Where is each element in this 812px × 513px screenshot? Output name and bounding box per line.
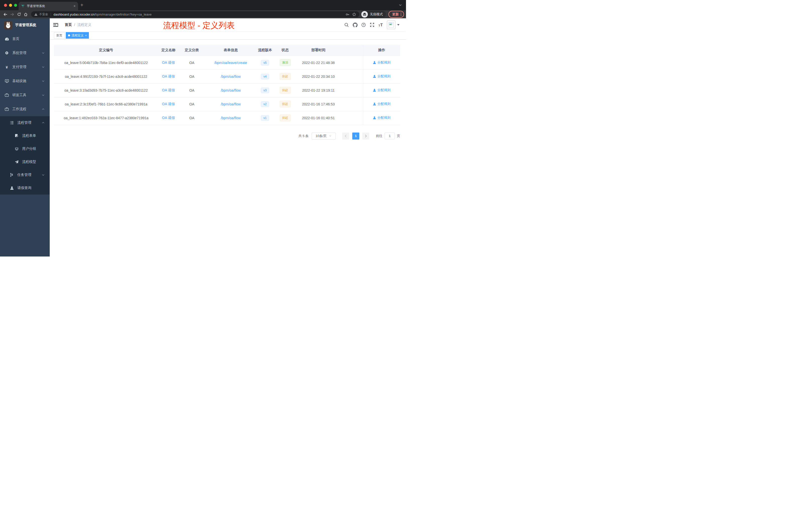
assign-rule-link[interactable]: 分配规则 xyxy=(373,116,390,120)
favicon-sprout-icon xyxy=(21,4,25,8)
incognito-badge[interactable]: 无痕模式 xyxy=(361,11,386,18)
header-definition-id: 定义编号 xyxy=(54,45,158,56)
new-tab-button[interactable]: + xyxy=(80,2,83,8)
definition-name-link[interactable]: OA 请假 xyxy=(162,74,175,78)
window-minimize-button[interactable] xyxy=(9,4,12,7)
sidebar-item-workflow[interactable]: 工作流程 xyxy=(0,102,50,116)
bookmark-star-icon[interactable] xyxy=(351,12,357,17)
assign-rule-link[interactable]: 分配规则 xyxy=(373,74,390,79)
logo-rabbit-avatar xyxy=(4,21,12,29)
sidebar-collapse-icon[interactable] xyxy=(53,23,58,27)
back-icon[interactable] xyxy=(2,12,9,17)
search-icon[interactable] xyxy=(342,21,351,29)
window-controls xyxy=(4,4,17,7)
sidebar-item-leave-query[interactable]: 请假查询 xyxy=(0,181,50,194)
sidebar-item-label: 流程表单 xyxy=(22,133,36,138)
list-icon xyxy=(9,121,14,125)
workflow-submenu: 流程管理 流程表单 用户分组 流程模型 xyxy=(0,116,50,194)
sidebar-item-label: 用户分组 xyxy=(22,147,36,151)
sidebar-item-process-form[interactable]: 流程表单 xyxy=(0,129,50,142)
definition-name-link[interactable]: OA 请假 xyxy=(162,88,175,92)
password-key-icon[interactable] xyxy=(344,12,351,17)
tab-close-icon[interactable]: × xyxy=(74,4,76,8)
url-text: dashboard.yudao.iocoder.cn/bpm/manager/d… xyxy=(54,12,152,16)
header-deploy-time: 部署时间 xyxy=(297,45,340,56)
sidebar-item-label: 研发工具 xyxy=(12,93,26,97)
gear-icon xyxy=(4,51,9,55)
tab-title: 芋道管理系统 xyxy=(27,4,74,8)
sidebar-item-label: 基础设施 xyxy=(12,79,26,83)
goto-page-input[interactable] xyxy=(385,132,395,139)
browser-tab[interactable]: 芋道管理系统 × xyxy=(19,2,78,10)
user-icon xyxy=(9,186,14,190)
table-row: oa_leave:2:3c1f0ef1-76b1-11ec-9c66-a2380… xyxy=(54,97,400,111)
page-number-1[interactable]: 1 xyxy=(352,132,359,140)
form-link[interactable]: /bpm/oa/flow xyxy=(221,116,240,120)
cell-filler xyxy=(340,83,363,97)
sidebar-item-user-group[interactable]: 用户分组 xyxy=(0,142,50,155)
breadcrumb-home[interactable]: 首页 xyxy=(65,23,72,27)
tab-search-chevron-icon[interactable] xyxy=(399,3,402,8)
reload-icon[interactable] xyxy=(16,12,22,16)
sidebar-item-process-model[interactable]: 流程模型 xyxy=(0,155,50,169)
window-zoom-button[interactable] xyxy=(14,4,17,7)
definition-name-link[interactable]: OA 请假 xyxy=(162,102,175,106)
sidebar-item-infra[interactable]: 基础设施 xyxy=(0,74,50,88)
definition-name-link[interactable]: OA 请假 xyxy=(162,116,175,120)
tag-close-icon[interactable]: × xyxy=(85,34,87,37)
version-badge: v1 xyxy=(261,115,269,121)
browser-update-button[interactable]: 更新 xyxy=(388,11,404,18)
assign-rule-link[interactable]: 分配规则 xyxy=(373,102,390,106)
header-actions: 操作 xyxy=(363,45,400,56)
fullscreen-icon[interactable] xyxy=(368,21,376,29)
form-link[interactable]: /bpm/oa/flow xyxy=(221,102,240,106)
prev-page-button[interactable] xyxy=(342,132,349,140)
table-row: oa_leave:3:1fad3d93-7b75-11ec-a3c8-acde4… xyxy=(54,83,400,97)
broken-image-icon xyxy=(388,22,394,28)
sidebar-item-payment[interactable]: ¥ 支付管理 xyxy=(0,60,50,74)
chevron-right-icon xyxy=(365,134,367,138)
monitor-icon xyxy=(4,79,9,83)
form-link[interactable]: /bpm/oa/leave/create xyxy=(214,61,247,65)
status-badge: 挂起 xyxy=(280,73,291,80)
sidebar-item-system[interactable]: 系统管理 xyxy=(0,46,50,60)
header-status: 状态 xyxy=(273,45,297,56)
security-chip[interactable]: 不安全 xyxy=(34,12,48,17)
forward-icon[interactable] xyxy=(9,12,16,17)
sidebar-item-label: 系统管理 xyxy=(12,51,26,55)
assign-rule-link[interactable]: 分配规则 xyxy=(373,60,390,65)
font-size-icon[interactable]: TT xyxy=(376,21,385,29)
github-icon[interactable] xyxy=(351,21,359,29)
chevron-down-icon xyxy=(42,94,45,97)
form-link[interactable]: /bpm/oa/flow xyxy=(221,88,240,92)
sidebar-item-process-manage[interactable]: 流程管理 xyxy=(0,116,50,129)
page-size-select[interactable]: 10条/页 xyxy=(312,132,336,140)
next-page-button[interactable] xyxy=(362,132,369,140)
assign-rule-link[interactable]: 分配规则 xyxy=(373,88,390,92)
kebab-menu-icon[interactable] xyxy=(401,12,402,16)
header-process-version: 流程版本 xyxy=(257,45,273,56)
avatar[interactable] xyxy=(387,21,396,29)
help-icon[interactable]: ? xyxy=(359,21,368,29)
tag-process-definition[interactable]: 流程定义 × xyxy=(66,32,89,39)
version-badge: v5 xyxy=(261,60,269,65)
sidebar-item-label: 请假查询 xyxy=(17,186,31,190)
url-bar[interactable]: 不安全 dashboard.yudao.iocoder.cn/bpm/manag… xyxy=(31,11,359,17)
home-icon[interactable] xyxy=(22,12,29,17)
table-row: oa_leave:5:004b710b-7b8a-11ec-8ef0-acde4… xyxy=(54,56,400,69)
sidebar-logo[interactable]: 芋道管理系统 xyxy=(0,18,50,32)
table-header-row: 定义编号 定义名称 定义分类 表单信息 流程版本 状态 部署时间 操作 xyxy=(54,45,400,56)
header-definition-category: 定义分类 xyxy=(179,45,205,56)
tag-home[interactable]: 首页 xyxy=(54,32,64,39)
definition-name-link[interactable]: OA 请假 xyxy=(162,60,175,64)
sidebar-item-label: 流程管理 xyxy=(17,120,31,125)
sidebar-item-task-manage[interactable]: 任务管理 xyxy=(0,169,50,181)
sidebar-item-home[interactable]: 首页 xyxy=(0,32,50,46)
window-close-button[interactable] xyxy=(4,4,7,7)
dashboard-icon xyxy=(4,37,9,41)
chevron-down-icon xyxy=(42,174,45,176)
sidebar-item-devtools[interactable]: 研发工具 xyxy=(0,88,50,102)
caret-down-icon[interactable] xyxy=(397,24,400,26)
sidebar: 芋道管理系统 首页 系统管理 ¥ 支付管理 基础设施 xyxy=(0,18,50,256)
form-link[interactable]: /bpm/oa/flow xyxy=(221,74,240,79)
